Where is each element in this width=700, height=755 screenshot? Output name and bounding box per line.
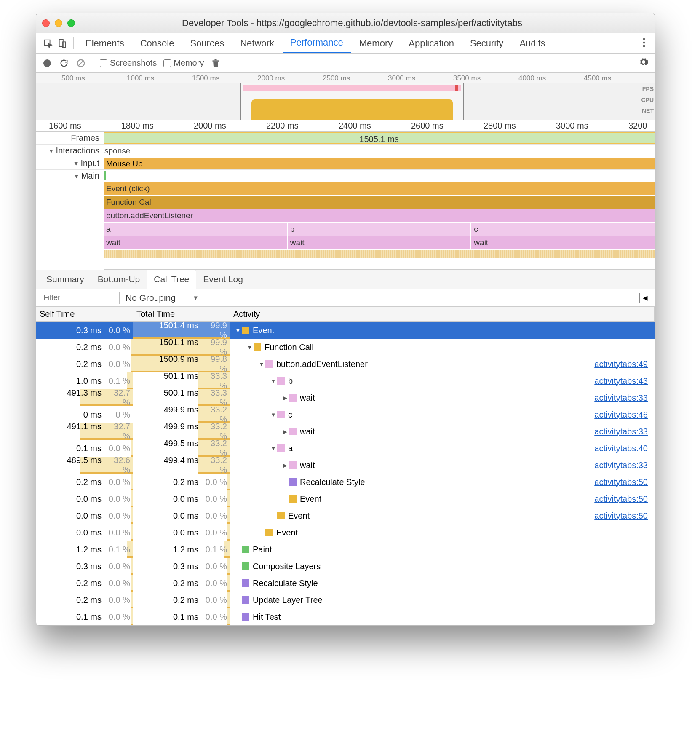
source-link[interactable]: activitytabs:50	[594, 477, 648, 487]
zoom-icon[interactable]	[67, 19, 75, 27]
table-row[interactable]: 0 ms0 %499.9 ms33.2 %▼cactivitytabs:46	[36, 406, 655, 423]
table-row[interactable]: 0.3 ms0.0 %1501.4 ms99.9 %▼Event	[36, 322, 655, 339]
tab-memory[interactable]: Memory	[352, 33, 400, 53]
main-tabs: ElementsConsoleSourcesNetworkPerformance…	[36, 33, 655, 54]
source-link[interactable]: activitytabs:46	[594, 410, 648, 420]
flame-wait-a[interactable]: wait	[104, 236, 287, 249]
activity-name: Event	[276, 528, 298, 538]
disclosure-icon[interactable]: ▶	[281, 395, 289, 401]
table-row[interactable]: 491.3 ms32.7 %500.1 ms33.3 %▶waitactivit…	[36, 389, 655, 406]
tab-performance[interactable]: Performance	[283, 33, 351, 53]
source-link[interactable]: activitytabs:33	[594, 393, 648, 403]
flame-wait-b[interactable]: wait	[288, 236, 471, 249]
flame-wait-c[interactable]: wait	[471, 236, 655, 249]
inspect-icon[interactable]	[41, 37, 55, 50]
total-time-cell: 0.1 ms0.0 %	[133, 608, 230, 625]
source-link[interactable]: activitytabs:40	[594, 444, 648, 453]
table-row[interactable]: 0.3 ms0.0 %0.3 ms0.0 %Composite Layers	[36, 558, 655, 575]
frames-row[interactable]: Frames 1505.1 ms	[36, 132, 655, 145]
flame-b[interactable]: b	[288, 223, 471, 236]
table-row[interactable]: 0.0 ms0.0 %0.0 ms0.0 %Eventactivitytabs:…	[36, 490, 655, 507]
source-link[interactable]: activitytabs:33	[594, 460, 648, 470]
details-tab-event-log[interactable]: Event Log	[196, 270, 250, 289]
activity-swatch	[254, 343, 261, 351]
table-row[interactable]: 491.1 ms32.7 %499.9 ms33.2 %▶waitactivit…	[36, 423, 655, 440]
main-row[interactable]: ▼Main	[36, 170, 655, 182]
screenshots-checkbox[interactable]: Screenshots	[100, 58, 157, 68]
tab-application[interactable]: Application	[401, 33, 462, 53]
source-link[interactable]: activitytabs:49	[594, 359, 648, 369]
self-time-cell: 0.0 ms0.0 %	[36, 507, 133, 524]
tab-sources[interactable]: Sources	[182, 33, 232, 53]
clear-icon[interactable]	[76, 58, 86, 68]
col-total-time[interactable]: Total Time	[133, 307, 230, 321]
source-link[interactable]: activitytabs:33	[594, 427, 648, 436]
table-row[interactable]: 1.2 ms0.1 %1.2 ms0.1 %Paint	[36, 541, 655, 558]
flame-c[interactable]: c	[471, 223, 655, 236]
details-tab-bottom-up[interactable]: Bottom-Up	[91, 270, 147, 289]
tab-network[interactable]: Network	[232, 33, 282, 53]
col-activity[interactable]: Activity	[230, 307, 655, 321]
details-tab-summary[interactable]: Summary	[40, 270, 91, 289]
disclosure-icon[interactable]: ▼	[270, 378, 277, 384]
interactions-row[interactable]: ▼Interactions sponse	[36, 145, 655, 157]
self-time-cell: 0.1 ms0.0 %	[36, 608, 133, 625]
trash-icon[interactable]	[211, 58, 221, 68]
overview-pane[interactable]: 500 ms1000 ms1500 ms2000 ms2500 ms3000 m…	[36, 73, 655, 120]
tab-security[interactable]: Security	[462, 33, 511, 53]
table-row[interactable]: 0.2 ms0.0 %1501.1 ms99.9 %▼Function Call	[36, 339, 655, 356]
flame-function-call[interactable]: Function Call	[104, 196, 655, 209]
gear-icon[interactable]	[639, 57, 649, 70]
device-icon[interactable]	[56, 37, 69, 50]
tab-console[interactable]: Console	[133, 33, 182, 53]
source-link[interactable]: activitytabs:43	[594, 376, 648, 386]
overview-tick: 500 ms	[61, 74, 85, 83]
table-row[interactable]: 0.2 ms0.0 %0.2 ms0.0 %Recalculate Style	[36, 575, 655, 592]
disclosure-icon[interactable]: ▼	[234, 327, 242, 334]
minimize-icon[interactable]	[55, 19, 62, 27]
tab-elements[interactable]: Elements	[78, 33, 132, 53]
flame-event-click[interactable]: Event (click)	[104, 182, 655, 195]
input-row[interactable]: ▼Input Mouse Up	[36, 157, 655, 170]
reload-icon[interactable]	[59, 58, 69, 68]
memory-checkbox[interactable]: Memory	[163, 58, 204, 68]
grouping-select[interactable]: No Grouping ▼	[126, 293, 199, 303]
table-row[interactable]: 0.0 ms0.0 %0.0 ms0.0 %Eventactivitytabs:…	[36, 507, 655, 524]
table-row[interactable]: 489.5 ms32.6 %499.4 ms33.2 %▶waitactivit…	[36, 457, 655, 474]
table-row[interactable]: 0.2 ms0.0 %0.2 ms0.0 %Recalculate Stylea…	[36, 474, 655, 490]
disclosure-icon[interactable]: ▼	[246, 344, 254, 351]
col-self-time[interactable]: Self Time	[36, 307, 133, 321]
details-tab-call-tree[interactable]: Call Tree	[147, 270, 196, 289]
flame-chart[interactable]: Event (click) Function Call button.addEv…	[104, 182, 655, 270]
table-row[interactable]: 0.2 ms0.0 %1500.9 ms99.8 %▼button.addEve…	[36, 356, 655, 372]
separator	[93, 58, 93, 69]
overview-body[interactable]: FPS CPU NET	[36, 83, 655, 120]
disclosure-icon[interactable]: ▼	[270, 445, 277, 452]
overview-selection[interactable]	[240, 83, 464, 120]
table-row[interactable]: 0.0 ms0.0 %0.0 ms0.0 %Event	[36, 524, 655, 541]
close-icon[interactable]	[42, 19, 50, 27]
flame-a[interactable]: a	[104, 223, 287, 236]
table-row[interactable]: 0.1 ms0.0 %499.5 ms33.2 %▼aactivitytabs:…	[36, 440, 655, 457]
chevron-down-icon[interactable]: ▼	[74, 173, 80, 179]
more-icon[interactable]	[639, 38, 649, 49]
self-time-cell: 0.2 ms0.0 %	[36, 474, 133, 490]
source-link[interactable]: activitytabs:50	[594, 511, 648, 521]
tab-audits[interactable]: Audits	[512, 33, 553, 53]
flame-listener[interactable]: button.addEventListener	[104, 209, 655, 222]
show-timeline-icon[interactable]: ◀	[639, 293, 651, 303]
record-icon[interactable]	[42, 58, 52, 68]
chevron-down-icon[interactable]: ▼	[48, 147, 54, 154]
table-row[interactable]: 0.2 ms0.0 %0.2 ms0.0 %Update Layer Tree	[36, 592, 655, 608]
disclosure-icon[interactable]: ▶	[281, 428, 289, 435]
table-row[interactable]: 0.1 ms0.0 %0.1 ms0.0 %Hit Test	[36, 608, 655, 625]
filter-input[interactable]	[40, 292, 120, 304]
disclosure-icon[interactable]: ▼	[258, 361, 265, 367]
input-label: Input	[81, 158, 99, 168]
disclosure-icon[interactable]: ▼	[270, 412, 277, 418]
chevron-down-icon[interactable]: ▼	[73, 160, 79, 167]
disclosure-icon[interactable]: ▶	[281, 462, 289, 469]
source-link[interactable]: activitytabs:50	[594, 494, 648, 504]
table-row[interactable]: 1.0 ms0.1 %501.1 ms33.3 %▼bactivitytabs:…	[36, 372, 655, 389]
flame-minor-tasks[interactable]	[104, 250, 655, 258]
